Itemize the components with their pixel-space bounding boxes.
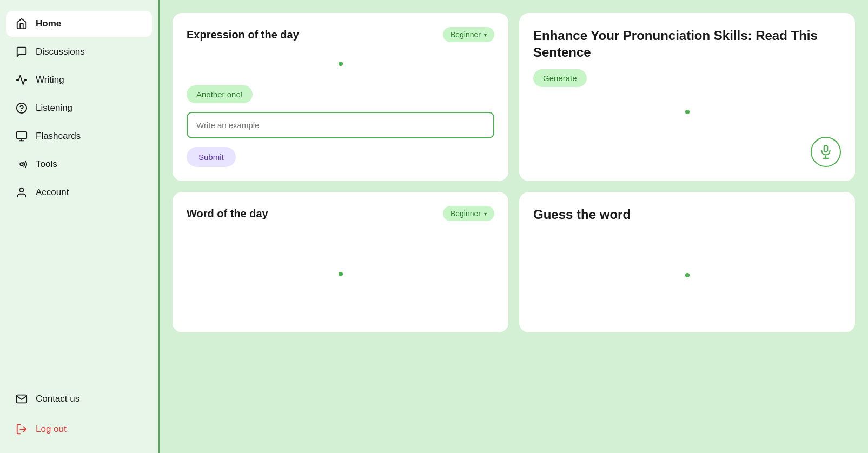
guess-word-content-area <box>533 231 841 318</box>
main-content: Expression of the day Beginner ▾ Another… <box>160 0 868 453</box>
expression-of-day-card: Expression of the day Beginner ▾ Another… <box>173 13 508 181</box>
tools-icon <box>15 158 28 171</box>
expression-card-title: Expression of the day <box>187 29 299 41</box>
sidebar: Home Discussions Writing Listening <box>0 0 160 453</box>
generate-button[interactable]: Generate <box>533 69 587 87</box>
sidebar-item-tools[interactable]: Tools <box>6 151 152 177</box>
chevron-down-icon: ▾ <box>484 211 487 217</box>
word-card-title: Word of the day <box>187 208 268 220</box>
word-of-day-card: Word of the day Beginner ▾ <box>173 192 508 332</box>
expression-card-header: Expression of the day Beginner ▾ <box>187 27 494 42</box>
home-icon <box>15 17 28 30</box>
word-badge[interactable]: Beginner ▾ <box>443 206 494 221</box>
contact-icon <box>15 392 28 405</box>
chevron-down-icon: ▾ <box>484 32 487 38</box>
sidebar-item-account[interactable]: Account <box>6 179 152 205</box>
word-content-area <box>187 230 494 318</box>
listening-icon <box>15 102 28 115</box>
word-card-header: Word of the day Beginner ▾ <box>187 206 494 221</box>
loading-dot <box>339 62 343 66</box>
sidebar-item-logout-label: Log out <box>36 424 67 435</box>
sidebar-item-home[interactable]: Home <box>6 11 152 37</box>
sidebar-item-account-label: Account <box>36 187 69 198</box>
another-one-button[interactable]: Another one! <box>187 85 253 103</box>
discussions-icon <box>15 45 28 58</box>
sidebar-item-logout[interactable]: Log out <box>6 416 152 442</box>
sidebar-item-contact[interactable]: Contact us <box>6 386 152 412</box>
loading-dot <box>685 110 690 114</box>
account-icon <box>15 186 28 199</box>
sidebar-item-home-label: Home <box>36 18 61 29</box>
svg-rect-2 <box>17 132 26 139</box>
sidebar-item-listening[interactable]: Listening <box>6 95 152 121</box>
sidebar-spacer <box>6 208 152 384</box>
pronunciation-card-title: Enhance Your Pronunciation Skills: Read … <box>533 27 841 61</box>
sidebar-item-listening-label: Listening <box>36 103 72 114</box>
sidebar-item-tools-label: Tools <box>36 159 57 170</box>
svg-point-6 <box>19 188 23 192</box>
pronunciation-content-area <box>533 96 841 128</box>
loading-dot <box>685 273 690 277</box>
pronunciation-card: Enhance Your Pronunciation Skills: Read … <box>519 13 855 181</box>
sidebar-item-flashcards[interactable]: Flashcards <box>6 123 152 149</box>
microphone-button[interactable] <box>811 137 841 167</box>
svg-point-5 <box>20 163 23 166</box>
flashcards-icon <box>15 130 28 143</box>
guess-word-title: Guess the word <box>533 206 841 223</box>
write-example-input[interactable] <box>187 112 494 138</box>
sidebar-item-discussions[interactable]: Discussions <box>6 39 152 65</box>
sidebar-item-contact-label: Contact us <box>36 394 79 404</box>
sidebar-item-discussions-label: Discussions <box>36 46 85 57</box>
expression-badge[interactable]: Beginner ▾ <box>443 27 494 42</box>
expression-content-area <box>187 51 494 77</box>
word-badge-label: Beginner <box>450 209 481 218</box>
expression-badge-label: Beginner <box>450 30 481 39</box>
logout-icon <box>15 423 28 436</box>
sidebar-item-flashcards-label: Flashcards <box>36 131 81 142</box>
loading-dot <box>339 272 343 276</box>
writing-icon <box>15 74 28 86</box>
svg-rect-8 <box>824 145 828 152</box>
submit-button[interactable]: Submit <box>187 147 236 167</box>
guess-word-card: Guess the word <box>519 192 855 332</box>
microphone-icon <box>819 145 833 159</box>
sidebar-item-writing-label: Writing <box>36 75 64 85</box>
sidebar-bottom: Contact us Log out <box>6 386 152 442</box>
sidebar-item-writing[interactable]: Writing <box>6 67 152 93</box>
